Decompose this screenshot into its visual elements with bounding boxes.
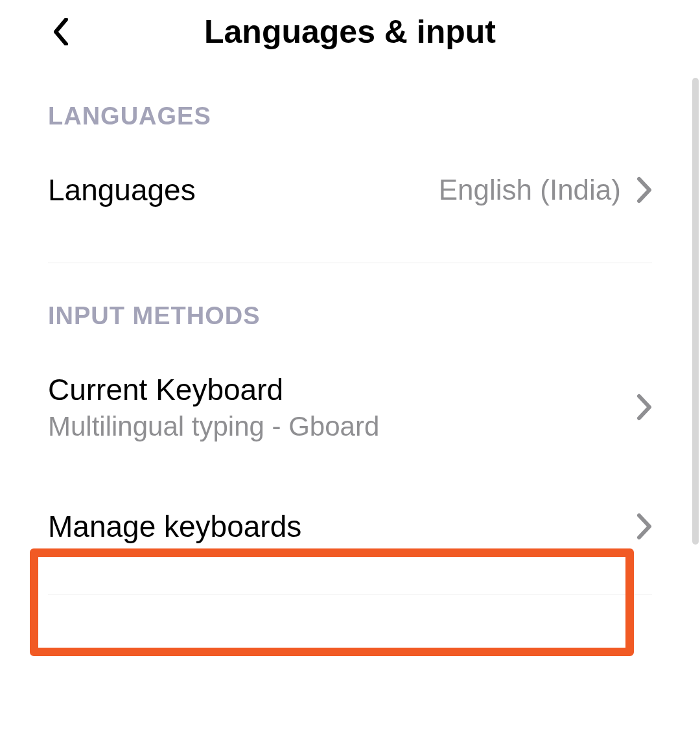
row-text: Current Keyboard Multilingual typing - G… (48, 372, 636, 442)
row-current-keyboard[interactable]: Current Keyboard Multilingual typing - G… (0, 336, 700, 478)
chevron-right-icon (636, 394, 652, 421)
section-header-languages: LANGUAGES (0, 77, 700, 137)
row-manage-keyboards[interactable]: Manage keyboards (0, 478, 700, 575)
divider (48, 595, 652, 595)
row-label-current-keyboard: Current Keyboard (48, 372, 636, 407)
section-header-input-methods: INPUT METHODS (0, 263, 700, 336)
row-label-languages: Languages (48, 172, 439, 207)
row-sub-current-keyboard: Multilingual typing - Gboard (48, 411, 636, 442)
page-title: Languages & input (48, 13, 652, 51)
settings-screen: Languages & input LANGUAGES Languages En… (0, 0, 700, 730)
row-value-languages: English (India) (439, 174, 621, 206)
row-text: Manage keyboards (48, 509, 636, 544)
row-languages[interactable]: Languages English (India) (0, 137, 700, 243)
scrollbar-thumb[interactable] (692, 78, 699, 545)
row-label-manage-keyboards: Manage keyboards (48, 509, 636, 544)
row-text: Languages (48, 172, 439, 207)
header-bar: Languages & input (0, 0, 700, 77)
chevron-right-icon (636, 176, 652, 204)
chevron-right-icon (636, 513, 652, 540)
